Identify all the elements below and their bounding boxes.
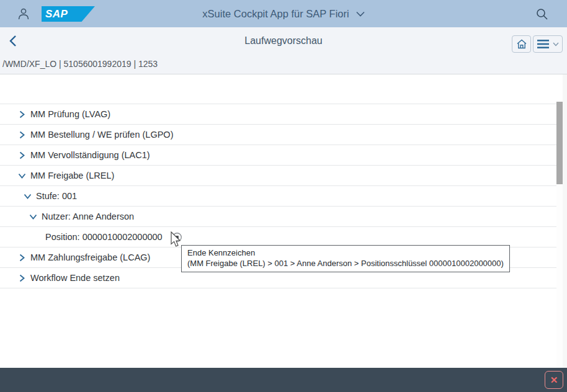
sap-logo: SAP [42, 6, 95, 22]
app-window: SAP xSuite Cockpit App für SAP Fiori Lau… [0, 0, 567, 392]
right-gutter [563, 74, 567, 368]
tree-item-mm-freigabe[interactable]: MM Freigabe (LREL) [0, 166, 556, 186]
end-marker-tooltip: Ende Kennzeichen (MM Freigabe (LREL) > 0… [181, 245, 510, 272]
tree-item-mm-vervollstaendigung[interactable]: MM Vervollständigung (LAC1) [0, 145, 556, 166]
home-button[interactable] [512, 35, 531, 53]
chevron-right-icon[interactable] [18, 274, 26, 282]
user-icon[interactable] [17, 7, 30, 20]
page-title: Laufwegvorschau [0, 27, 567, 55]
tree-item-label: Workflow Ende setzen [30, 273, 120, 283]
page-header: Laufwegvorschau /WMD/XF_LO [0, 27, 567, 74]
chevron-right-icon[interactable] [18, 110, 26, 118]
tree-item-label: MM Freigabe (LREL) [30, 171, 114, 180]
overflow-menu-button[interactable] [533, 35, 563, 53]
back-button[interactable] [7, 35, 21, 48]
chevron-down-icon[interactable] [18, 172, 26, 180]
chevron-right-icon[interactable] [18, 131, 26, 139]
tree-item-stufe-001[interactable]: Stufe: 001 [0, 186, 556, 207]
close-button[interactable]: ✕ [545, 371, 563, 389]
search-icon[interactable] [535, 7, 549, 21]
tree-item-label: MM Prüfung (LVAG) [30, 109, 110, 119]
tree-toolbar: Aufgaben-Filter Stufen-Filter Nutzer-Fil… [0, 74, 567, 104]
tree-item-nutzer-anne-anderson[interactable]: Nutzer: Anne Anderson [0, 207, 556, 227]
chevron-down-icon[interactable] [24, 192, 32, 200]
chevron-down-icon[interactable] [29, 213, 37, 221]
chevron-right-icon[interactable] [18, 254, 26, 262]
tree-item-label: Stufe: 001 [36, 191, 77, 201]
chevron-down-icon [356, 11, 365, 17]
tooltip-line-1: Ende Kennzeichen [187, 247, 504, 258]
scrollbar-thumb[interactable] [556, 102, 563, 184]
tree-item-label: Nutzer: Anne Anderson [42, 212, 134, 221]
tree-item-mm-bestellung[interactable]: MM Bestellung / WE prüfen (LGPO) [0, 125, 556, 145]
sap-logo-text: SAP [42, 8, 68, 20]
end-marker-radio-icon[interactable] [172, 232, 182, 243]
tree-item-mm-pruefung[interactable]: MM Prüfung (LVAG) [0, 104, 556, 125]
tree-item-label: MM Vervollständigung (LAC1) [30, 150, 150, 160]
close-icon: ✕ [550, 375, 558, 386]
tree-item-label: MM Zahlungsfreigabe (LCAG) [30, 252, 150, 262]
footer-bar: ✕ [0, 368, 567, 392]
document-breadcrumb: /WMD/XF_LO | 51056001992019 | 1253 [2, 59, 158, 69]
chevron-right-icon[interactable] [18, 151, 26, 159]
tree-item-label: Position: 0000010002000000 [45, 232, 163, 242]
hamburger-icon [537, 40, 549, 48]
tooltip-line-2: (MM Freigabe (LREL) > 001 > Anne Anderso… [187, 258, 504, 269]
chevron-down-icon [553, 42, 559, 47]
tree-item-label: MM Bestellung / WE prüfen (LGPO) [30, 130, 173, 140]
app-title: xSuite Cockpit App für SAP Fiori [202, 8, 349, 20]
shell-bar: SAP xSuite Cockpit App für SAP Fiori [0, 0, 567, 27]
